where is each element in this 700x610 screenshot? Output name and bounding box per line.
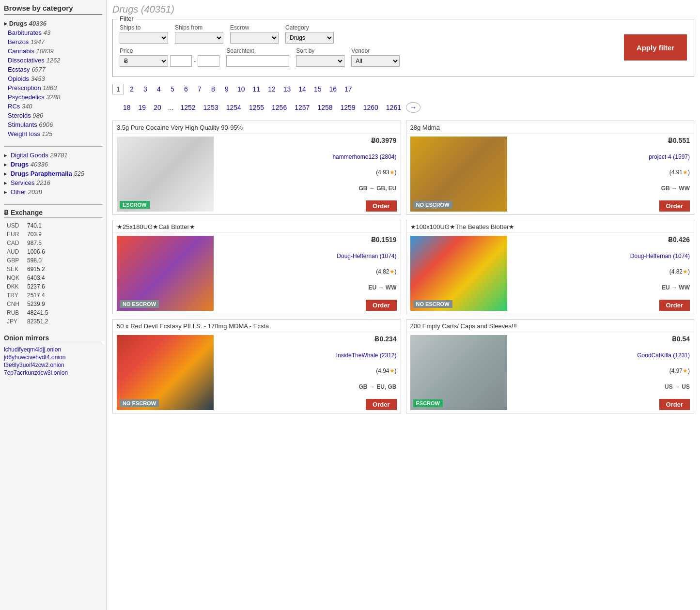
page-link-1261[interactable]: 1261: [383, 103, 404, 112]
product-vendor-2[interactable]: Doug-Heffernan (1074): [337, 253, 396, 259]
sidebar-main-cat-digital-goods[interactable]: ▸ Digital Goods 29781: [4, 151, 102, 160]
sort-by-label: Sort by: [296, 47, 344, 54]
sidebar-category-dissociatives[interactable]: Dissociatives 1262: [4, 56, 102, 65]
page-link-11[interactable]: 11: [250, 84, 264, 94]
product-ship-1: GB → WW: [661, 185, 690, 192]
sidebar-category-steroids[interactable]: Steroids 986: [4, 111, 102, 120]
order-button-1[interactable]: Order: [659, 200, 690, 212]
sidebar-category-stimulants[interactable]: Stimulants 6906: [4, 120, 102, 129]
price-currency-select[interactable]: Ƀ: [120, 55, 168, 67]
sidebar-category-weight-loss[interactable]: Weight loss 125: [4, 129, 102, 138]
page-link-12[interactable]: 12: [265, 84, 279, 94]
pagination-next-button[interactable]: →: [406, 102, 420, 113]
sidebar-category-psychedelics[interactable]: Psychedelics 3288: [4, 92, 102, 102]
onion-link[interactable]: lchudifyeqm4ldjj.onion: [4, 346, 102, 353]
sidebar-category-drugs[interactable]: ▸ Drugs 40336: [4, 19, 102, 28]
sidebar-category-rcs[interactable]: RCs 340: [4, 102, 102, 111]
vendor-field: Vendor All: [351, 47, 400, 67]
sort-by-select[interactable]: [296, 55, 344, 67]
escrow-badge-4: NO ESCROW: [120, 399, 159, 407]
page-link-6[interactable]: 6: [180, 84, 192, 94]
page-link-13[interactable]: 13: [280, 84, 294, 94]
page-link-7[interactable]: 7: [194, 84, 205, 94]
category-select[interactable]: Drugs: [285, 32, 334, 44]
currency-label: SEK: [5, 265, 24, 273]
escrow-badge-0: ESCROW: [120, 201, 150, 209]
onion-link[interactable]: t3e6ly3uoif4zcw2.onion: [4, 362, 102, 368]
exchange-table: USD740.1EUR703.9CAD987.5AUD1006.6GBP598.…: [4, 221, 102, 326]
sidebar-category-prescription[interactable]: Prescription 1863: [4, 83, 102, 92]
product-vendor-5[interactable]: GoodCatKilla (1231): [637, 352, 690, 359]
price-min-input[interactable]: [170, 55, 192, 67]
vendor-select[interactable]: All: [351, 55, 400, 67]
page-link-1259[interactable]: 1259: [338, 103, 358, 112]
sidebar-main-cat-drugs[interactable]: ▸ Drugs 40336: [4, 160, 102, 169]
product-vendor-0[interactable]: hammerhome123 (2804): [332, 153, 396, 160]
page-link-1252[interactable]: 1252: [177, 103, 198, 112]
order-button-2[interactable]: Order: [366, 300, 396, 311]
currency-value: 987.5: [25, 239, 101, 247]
ships-to-select[interactable]: [120, 32, 168, 44]
currency-label: EUR: [5, 230, 24, 238]
page-link-1255[interactable]: 1255: [246, 103, 267, 112]
page-link-8[interactable]: 8: [207, 84, 219, 94]
sidebar-main-cat-drugs-paraphernalia[interactable]: ▸ Drugs Paraphernalia 525: [4, 169, 102, 178]
product-vendor-4[interactable]: InsideTheWhale (2312): [336, 352, 397, 359]
order-button-3[interactable]: Order: [659, 300, 690, 311]
ships-from-select[interactable]: [175, 32, 223, 44]
price-max-input[interactable]: [198, 55, 219, 67]
page-link-9[interactable]: 9: [221, 84, 233, 94]
product-image-2: NO ESCROW: [117, 236, 214, 311]
page-link-3[interactable]: 3: [140, 84, 151, 94]
exchange-row-try: TRY2517.4: [5, 291, 101, 299]
sidebar-category-ecstasy[interactable]: Ecstasy 6977: [4, 65, 102, 74]
page-link-15[interactable]: 15: [311, 84, 325, 94]
product-vendor-3[interactable]: Doug-Heffernan (1074): [630, 253, 690, 259]
onion-title: Onion mirrors: [4, 334, 102, 343]
order-button-5[interactable]: Order: [659, 399, 690, 410]
product-card-4: 50 x Red Devil Ecstasy PILLS. - 170mg MD…: [112, 319, 401, 413]
currency-label: AUD: [5, 248, 24, 256]
product-rating-4: (4.94★): [376, 367, 396, 374]
onion-link[interactable]: 7ep7acrkunzdcw3l.onion: [4, 369, 102, 376]
page-link-1258[interactable]: 1258: [314, 103, 335, 112]
page-heading: Drugs (40351): [112, 4, 694, 15]
page-link-16[interactable]: 16: [326, 84, 340, 94]
page-link-4[interactable]: 4: [153, 84, 165, 94]
product-vendor-1[interactable]: project-4 (1597): [649, 153, 690, 160]
product-card-5: 200 Empty Carts/ Caps and Sleeves!!! ESC…: [406, 319, 695, 413]
currency-value: 2517.4: [25, 291, 101, 299]
currency-value: 740.1: [25, 222, 101, 229]
sidebar-main-cat-other[interactable]: ▸ Other 2038: [4, 187, 102, 197]
page-link-14[interactable]: 14: [296, 84, 309, 94]
page-link-20[interactable]: 20: [151, 103, 164, 112]
sidebar-category-cannabis[interactable]: Cannabis 10839: [4, 46, 102, 56]
onion-link[interactable]: jd6yhuwcivehvdt4.onion: [4, 354, 102, 361]
page-link-1257[interactable]: 1257: [292, 103, 312, 112]
page-link-1260[interactable]: 1260: [360, 103, 381, 112]
escrow-select[interactable]: [230, 32, 279, 44]
price-field: Price Ƀ -: [120, 47, 219, 67]
ships-to-label: Ships to: [120, 24, 168, 31]
order-button-4[interactable]: Order: [366, 399, 396, 410]
searchtext-input[interactable]: [226, 55, 289, 67]
product-price-4: Ƀ0.234: [374, 335, 396, 343]
page-link-1256[interactable]: 1256: [269, 103, 290, 112]
sidebar-category-opioids[interactable]: Opioids 3453: [4, 74, 102, 83]
apply-filter-button[interactable]: Apply filter: [624, 34, 687, 61]
order-button-0[interactable]: Order: [366, 200, 396, 212]
page-link-19[interactable]: 19: [136, 103, 149, 112]
page-link-18[interactable]: 18: [120, 103, 134, 112]
page-link-10[interactable]: 10: [234, 84, 248, 94]
product-price-2: Ƀ0.1519: [371, 236, 397, 244]
page-link-5[interactable]: 5: [167, 84, 178, 94]
page-link-1254[interactable]: 1254: [223, 103, 244, 112]
exchange-row-cad: CAD987.5: [5, 239, 101, 247]
page-link-17[interactable]: 17: [342, 84, 355, 94]
sidebar-category-benzos[interactable]: Benzos 1947: [4, 37, 102, 46]
sidebar-category-barbiturates[interactable]: Barbiturates 43: [4, 28, 102, 37]
page-link-2[interactable]: 2: [126, 84, 138, 94]
escrow-badge-2: NO ESCROW: [120, 300, 159, 308]
page-link-1253[interactable]: 1253: [201, 103, 221, 112]
sidebar-main-cat-services[interactable]: ▸ Services 2216: [4, 178, 102, 187]
